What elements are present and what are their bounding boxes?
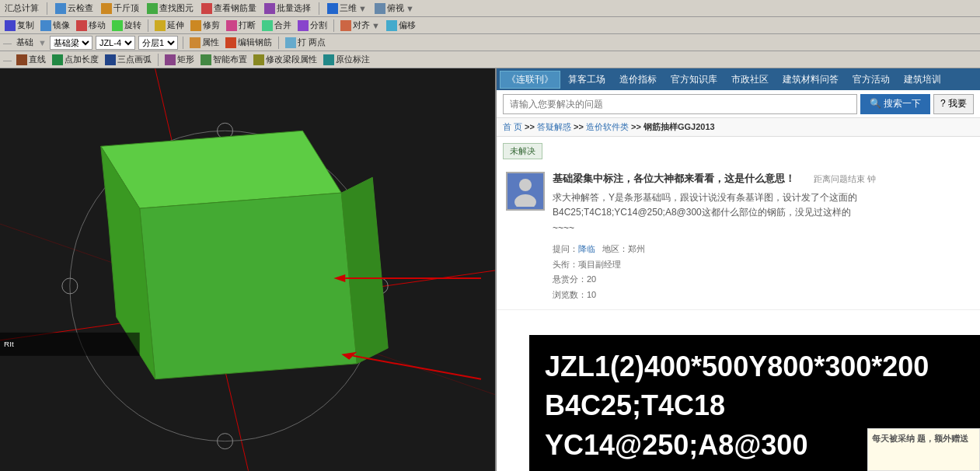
align-btn[interactable]: 对齐 ▼	[339, 19, 382, 31]
right-panel: 《连联刊》 算客工场 造价指标 官方知识库 市政社区 建筑材料问答 官方活动 建…	[497, 68, 980, 471]
question-content: 基础梁集中标注，各位大神都来看看，这是什么意思！ 距离问题结束 钟 求大神解答，…	[553, 172, 971, 303]
tb3-dash: —	[3, 38, 12, 47]
question-title: 基础梁集中标注，各位大神都来看看，这是什么意思！ 距离问题结束 钟	[553, 172, 971, 186]
toolbar-2: 复制 镜像 移动 旋转 延伸 修剪 打断 合并 分割 对齐 ▼ 偏移	[0, 17, 980, 34]
breadcrumb-arrow3: >>	[631, 122, 641, 131]
align-icon	[340, 20, 351, 31]
modify-beam-icon	[253, 54, 264, 65]
3d-viewport[interactable]: RIt	[0, 68, 495, 471]
find-element-btn[interactable]: 查找图元	[145, 2, 195, 14]
svg-rect-17	[0, 333, 140, 356]
sep5	[183, 37, 183, 49]
question-block: 基础梁集中标注，各位大神都来看看，这是什么意思！ 距离问题结束 钟 求大神解答，…	[497, 166, 980, 310]
rect-icon	[165, 54, 176, 65]
nav-zaojia[interactable]: 造价指标	[613, 72, 663, 88]
nav-training[interactable]: 建筑培训	[898, 72, 947, 88]
toolbar-1: 汇总计算 云检查 千斤顶 查找图元 查看钢筋量 批量选择 三维 ▼ 俯视 ▼	[0, 0, 980, 17]
question-meta: 提问：降临 地区：郑州 头衔：项目副经理 悬赏分：20 浏览数：10	[553, 242, 971, 303]
rebar-icon	[201, 3, 212, 14]
view-rebar-btn[interactable]: 查看钢筋量	[200, 2, 258, 14]
3d-btn[interactable]: 三维 ▼	[326, 2, 368, 14]
breadcrumb-home[interactable]: 首 页	[503, 122, 522, 131]
copy-icon	[5, 20, 16, 31]
batch-icon	[264, 3, 275, 14]
offset-btn[interactable]: 偏移	[385, 19, 417, 31]
toolbar-3: — 基础 ▼ 基础梁 JZL-4 分层1 属性 编辑钢筋 打 两点	[0, 34, 980, 51]
sep6	[278, 37, 279, 49]
arc3-icon	[105, 54, 116, 65]
break-btn[interactable]: 打断	[225, 19, 257, 31]
nav-activity[interactable]: 官方活动	[846, 72, 896, 88]
find-icon	[147, 3, 158, 14]
union-btn[interactable]: 合并	[260, 19, 293, 31]
split-icon	[298, 20, 309, 31]
annotation-box: JZL1(2)400*500Y800*300*200 B4C25;T4C18 Y…	[529, 335, 980, 471]
move-icon	[76, 20, 87, 31]
cloud-check-btn[interactable]: 云检查	[54, 2, 95, 14]
svg-point-19	[519, 179, 532, 191]
arc3-btn[interactable]: 三点画弧	[103, 54, 153, 65]
split-btn[interactable]: 分割	[296, 19, 329, 31]
modify-beam-btn[interactable]: 修改梁段属性	[252, 54, 319, 65]
svg-marker-10	[140, 193, 357, 379]
jack-icon	[101, 3, 112, 14]
mirror-btn[interactable]: 镜像	[39, 19, 71, 31]
annotation-line1: JZL1(2)400*500Y800*300*200	[545, 347, 964, 386]
extend-btn[interactable]: 延伸	[153, 19, 186, 31]
trim-icon	[190, 20, 201, 31]
total-calc-btn[interactable]: 汇总计算	[3, 2, 40, 14]
batch-select-btn[interactable]: 批量选择	[263, 2, 312, 14]
sep7	[158, 54, 159, 66]
breadcrumb-cat2[interactable]: 造价软件类	[586, 122, 629, 131]
smart-layout-btn[interactable]: 智能布置	[199, 54, 249, 65]
proposer-link[interactable]: 降临	[578, 244, 595, 253]
breadcrumb-cat3: 钢筋抽样GGJ2013	[643, 122, 715, 131]
nav-suanke[interactable]: 算客工场	[562, 72, 612, 88]
nav-liankan[interactable]: 《连联刊》	[500, 71, 560, 89]
element-type-label: 基础	[15, 37, 35, 48]
layer-select[interactable]: 分层1	[138, 36, 178, 50]
edit-rebar-btn[interactable]: 编辑钢筋	[224, 37, 274, 48]
property-btn[interactable]: 属性	[188, 37, 221, 48]
help-button[interactable]: ? 我要	[933, 94, 974, 114]
3d-scene: RIt	[0, 68, 495, 471]
copy-btn[interactable]: 复制	[3, 19, 36, 31]
mirror-icon	[40, 20, 51, 31]
breadcrumb-cat1[interactable]: 答疑解惑	[537, 122, 571, 131]
rotate-btn[interactable]: 旋转	[110, 19, 143, 31]
rotate-icon	[112, 20, 123, 31]
question-body: 求大神解答，Y是条形基础吗，跟设计说没有条基详图，设计发了个这面的B4C25;T…	[553, 190, 971, 236]
rect-btn[interactable]: 矩形	[163, 54, 196, 65]
search-button[interactable]: 🔍 搜索一下	[860, 94, 930, 114]
topview-icon	[375, 3, 385, 14]
svg-text:RIt: RIt	[4, 340, 14, 348]
jack-btn[interactable]: 千斤顶	[99, 2, 141, 14]
nav-municipal[interactable]: 市政社区	[725, 72, 775, 88]
nav-material[interactable]: 建筑材料问答	[776, 72, 845, 88]
two-points-btn[interactable]: 打 两点	[284, 37, 327, 48]
point-length-btn[interactable]: 点加长度	[51, 54, 100, 65]
annotation-line2: B4C25;T4C18	[545, 386, 964, 425]
svg-point-20	[514, 194, 536, 207]
move-btn[interactable]: 移动	[75, 19, 107, 31]
code-select[interactable]: JZL-4	[96, 36, 135, 50]
status-badge: 未解决	[503, 143, 542, 159]
point-length-icon	[52, 54, 63, 65]
property-icon	[190, 37, 201, 48]
line-btn[interactable]: 直线	[15, 54, 47, 65]
origin-mark-btn[interactable]: 原位标注	[322, 54, 371, 65]
two-points-icon	[285, 37, 296, 48]
breadcrumb-arrow1: >>	[525, 122, 535, 131]
question-header: 基础梁集中标注，各位大神都来看看，这是什么意思！ 距离问题结束 钟 求大神解答，…	[506, 172, 971, 303]
top-view-btn[interactable]: 俯视 ▼	[373, 2, 416, 14]
search-input[interactable]	[503, 94, 857, 114]
type-select[interactable]: 基础梁	[50, 36, 92, 50]
search-icon: 🔍	[870, 98, 881, 109]
smart-layout-icon	[201, 54, 211, 65]
question-area[interactable]: 未解决 基础梁集中标注，各位大神都来看看，这是什么意思！	[497, 137, 980, 471]
nav-knowledge[interactable]: 官方知识库	[664, 72, 724, 88]
breadcrumb-arrow2: >>	[574, 122, 584, 131]
extend-icon	[155, 20, 166, 31]
trim-btn[interactable]: 修剪	[189, 19, 221, 31]
sep3	[148, 19, 148, 32]
